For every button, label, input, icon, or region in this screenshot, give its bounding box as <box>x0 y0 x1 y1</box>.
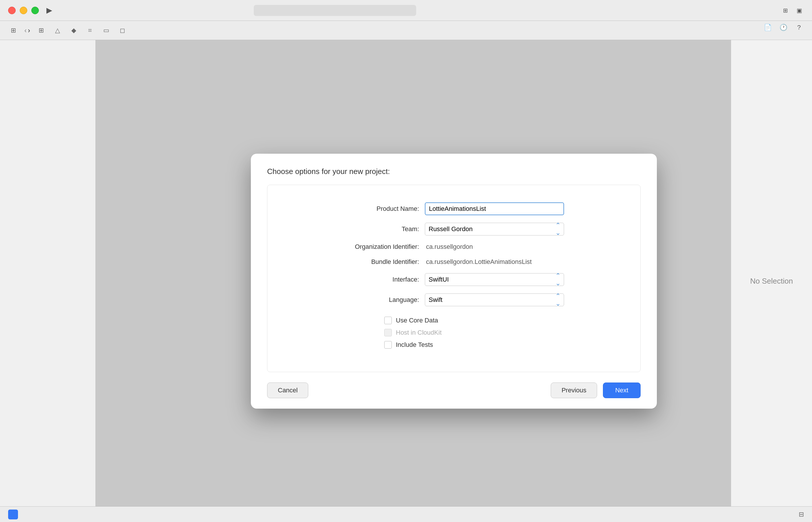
square-icon[interactable]: ◻ <box>117 25 128 36</box>
sidebar <box>0 40 96 522</box>
second-toolbar: ⊞ ‹ › ⊞ △ ◆ ⌗ ▭ ◻ No Selection <box>0 21 812 40</box>
language-label: Language: <box>344 296 425 304</box>
org-identifier-label: Organization Identifier: <box>344 243 425 250</box>
team-select-wrapper: Russell Gordon ⌃⌄ <box>425 223 564 236</box>
org-identifier-value: ca.russellgordon <box>425 243 564 250</box>
next-button[interactable]: Next <box>603 382 641 398</box>
top-right-icons: 📄 🕐 ? <box>763 23 804 33</box>
language-select[interactable]: Swift Objective-C <box>425 294 564 306</box>
nav-back-icon[interactable]: ‹ <box>24 26 27 35</box>
host-in-cloudkit-checkbox[interactable] <box>384 329 392 336</box>
language-row: Language: Swift Objective-C ⌃⌄ <box>344 294 564 306</box>
checkboxes-area: Use Core Data Host in CloudKit Include T… <box>384 317 605 348</box>
bundle-identifier-row: Bundle Identifier: ca.russellgordon.Lott… <box>344 258 564 266</box>
run-button[interactable]: ▶ <box>44 5 55 16</box>
main-area: Choose options for your new project: Pro… <box>96 40 812 522</box>
interface-row: Interface: SwiftUI Storyboard ⌃⌄ <box>344 273 564 286</box>
git-icon[interactable]: ⌗ <box>85 25 95 36</box>
title-bar: ▶ ⊞ ▣ <box>0 0 812 21</box>
inspector-clock-icon[interactable]: 🕐 <box>778 23 788 33</box>
traffic-lights <box>8 7 39 14</box>
bottom-left-icon[interactable] <box>8 509 18 519</box>
include-tests-row: Include Tests <box>384 341 605 348</box>
language-select-wrapper: Swift Objective-C ⌃⌄ <box>425 294 564 306</box>
footer-left: Cancel <box>267 382 308 398</box>
breakpoint-icon[interactable]: ◆ <box>68 25 79 36</box>
right-panel-no-selection: No Selection <box>750 277 793 286</box>
host-in-cloudkit-row: Host in CloudKit <box>384 329 605 336</box>
bottom-bar: ⊟ <box>0 506 812 522</box>
add-tab-icon[interactable]: ⊞ <box>781 6 790 15</box>
interface-select-wrapper: SwiftUI Storyboard ⌃⌄ <box>425 273 564 286</box>
use-core-data-row: Use Core Data <box>384 317 605 324</box>
editor-icon[interactable]: ⊞ <box>36 25 46 36</box>
team-label: Team: <box>344 225 425 233</box>
include-tests-checkbox[interactable] <box>384 341 392 348</box>
use-core-data-checkbox[interactable] <box>384 317 392 324</box>
bottom-right-icon[interactable]: ⊟ <box>799 511 804 518</box>
maximize-button[interactable] <box>31 7 39 14</box>
close-button[interactable] <box>8 7 16 14</box>
interface-select[interactable]: SwiftUI Storyboard <box>425 273 564 286</box>
minimize-button[interactable] <box>20 7 27 14</box>
rect-icon[interactable]: ▭ <box>101 25 111 36</box>
team-select[interactable]: Russell Gordon <box>425 223 564 236</box>
form-area: Product Name: Team: Russell Gordon ⌃⌄ <box>279 202 629 348</box>
bundle-identifier-label: Bundle Identifier: <box>344 258 425 266</box>
inspector-help-icon[interactable]: ? <box>794 23 804 33</box>
host-in-cloudkit-label: Host in CloudKit <box>396 329 442 336</box>
team-row: Team: Russell Gordon ⌃⌄ <box>344 223 564 236</box>
footer-right: Previous Next <box>551 382 641 398</box>
toolbar-right: ⊞ ▣ <box>615 6 804 15</box>
product-name-input[interactable] <box>425 202 564 215</box>
modal-overlay: Choose options for your new project: Pro… <box>96 40 812 522</box>
inspector-file-icon[interactable]: 📄 <box>763 23 773 33</box>
include-tests-label: Include Tests <box>396 341 433 348</box>
modal-footer: Cancel Previous Next <box>251 372 657 408</box>
modal-body: Product Name: Team: Russell Gordon ⌃⌄ <box>267 185 641 372</box>
nav-forward-icon[interactable]: › <box>28 26 30 35</box>
use-core-data-label: Use Core Data <box>396 317 438 324</box>
layout-icon[interactable]: ▣ <box>795 6 804 15</box>
cancel-button[interactable]: Cancel <box>267 382 308 398</box>
modal-header: Choose options for your new project: <box>251 154 657 185</box>
product-name-row: Product Name: <box>344 202 564 215</box>
interface-label: Interface: <box>344 276 425 283</box>
product-name-label: Product Name: <box>344 205 425 213</box>
right-panel: No Selection <box>731 40 812 522</box>
previous-button[interactable]: Previous <box>551 382 597 398</box>
org-identifier-row: Organization Identifier: ca.russellgordo… <box>344 243 564 250</box>
warning-icon[interactable]: △ <box>52 25 63 36</box>
modal-title: Choose options for your new project: <box>267 167 390 176</box>
bundle-identifier-value: ca.russellgordon.LottieAnimationsList <box>425 258 564 266</box>
nav-arrows: ‹ › <box>24 26 30 35</box>
sidebar-toggle-icon[interactable]: ⊞ <box>8 25 19 36</box>
search-bar[interactable] <box>254 5 416 16</box>
new-project-dialog: Choose options for your new project: Pro… <box>251 154 657 408</box>
